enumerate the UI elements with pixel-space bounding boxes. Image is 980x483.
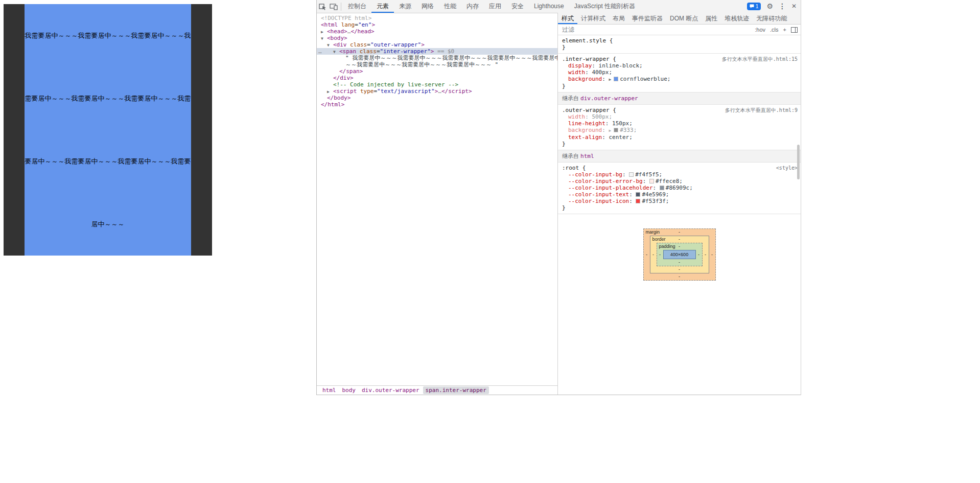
box-model-padding[interactable]: padding- - 400×600 - - bbox=[657, 243, 703, 266]
tree-row-text-node[interactable]: ～～我需要居中～～～我需要居中～～～我需要居中～～～ " bbox=[317, 61, 557, 68]
css-property[interactable]: width: 500px; bbox=[562, 113, 798, 120]
tree-row-body-open[interactable]: ▼<body> bbox=[317, 35, 557, 41]
css-property[interactable]: --color-input-bg: #f4f5f5; bbox=[562, 171, 798, 178]
css-property[interactable]: --color-input-icon: #f53f3f; bbox=[562, 198, 798, 204]
tab-lighthouse[interactable]: Lighthouse bbox=[529, 0, 569, 13]
device-toolbar-icon[interactable] bbox=[328, 0, 339, 13]
tree-row-span-inter-wrapper-selected[interactable]: …▼<span class="inter-wrapper"> == $0 bbox=[317, 48, 557, 55]
tab-sources[interactable]: 来源 bbox=[394, 0, 416, 13]
tab-computed[interactable]: 计算样式 bbox=[577, 13, 609, 24]
tab-console[interactable]: 控制台 bbox=[343, 0, 371, 13]
css-property-value[interactable]: center bbox=[609, 134, 629, 141]
css-selector-line[interactable]: element.style { bbox=[562, 37, 798, 44]
css-property-name[interactable]: --color-input-error-bg bbox=[568, 178, 643, 185]
css-property-name[interactable]: line-height bbox=[568, 120, 605, 127]
kebab-menu-icon[interactable]: ⋮ bbox=[779, 0, 786, 13]
css-property-name[interactable]: --color-input-bg bbox=[568, 171, 622, 178]
tree-row-div-close[interactable]: </div> bbox=[317, 75, 557, 81]
breadcrumb-item-body[interactable]: body bbox=[340, 386, 359, 394]
css-property-value[interactable]: 400px bbox=[592, 69, 609, 76]
box-model-content[interactable]: 400×600 bbox=[663, 250, 696, 259]
tab-properties[interactable]: 属性 bbox=[702, 13, 721, 24]
tree-row-span-close[interactable]: </span> bbox=[317, 68, 557, 75]
padding-top-value[interactable]: - bbox=[679, 244, 680, 249]
css-property-name[interactable]: --color-input-text bbox=[568, 191, 629, 198]
css-property[interactable]: background: ▶ cornflowerblue; bbox=[562, 76, 798, 83]
css-property-value[interactable]: #ffece8 bbox=[656, 178, 679, 185]
padding-right-value[interactable]: - bbox=[696, 251, 702, 258]
css-property[interactable]: --color-input-error-bg: #ffece8; bbox=[562, 178, 798, 185]
css-property-name[interactable]: background bbox=[568, 76, 602, 82]
elements-tree-panel[interactable]: <!DOCTYPE html> <html lang="en"> ▶<head>… bbox=[317, 13, 557, 385]
css-property[interactable]: line-height: 150px; bbox=[562, 120, 798, 127]
tree-row-body-close[interactable]: </body> bbox=[317, 95, 557, 101]
color-swatch[interactable] bbox=[660, 186, 664, 190]
border-right-value[interactable]: - bbox=[703, 251, 709, 258]
tab-performance[interactable]: 性能 bbox=[439, 0, 461, 13]
css-property[interactable]: background: ▶ #333; bbox=[562, 127, 798, 134]
color-swatch[interactable] bbox=[629, 172, 634, 177]
tree-row-doctype[interactable]: <!DOCTYPE html> bbox=[317, 15, 557, 21]
tree-row-html-open[interactable]: <html lang="en"> bbox=[317, 21, 557, 28]
css-property[interactable]: width: 400px; bbox=[562, 69, 798, 76]
css-property-value[interactable]: #4e5969 bbox=[642, 191, 665, 198]
tab-layout[interactable]: 布局 bbox=[609, 13, 628, 24]
color-swatch[interactable] bbox=[614, 128, 618, 132]
margin-bottom-value[interactable]: - bbox=[679, 274, 680, 279]
box-model-border[interactable]: border- - padding- - 400×600 - bbox=[650, 236, 709, 273]
css-property-value[interactable]: 500px bbox=[592, 113, 609, 120]
tab-network[interactable]: 网络 bbox=[416, 0, 439, 13]
css-property-name[interactable]: width bbox=[568, 113, 585, 120]
css-property-value[interactable]: 150px bbox=[612, 120, 629, 127]
color-swatch[interactable] bbox=[636, 192, 640, 197]
border-left-value[interactable]: - bbox=[650, 251, 657, 258]
border-top-value[interactable]: - bbox=[679, 237, 680, 242]
css-property[interactable]: display: inline-block; bbox=[562, 62, 798, 69]
close-devtools-icon[interactable]: ✕ bbox=[791, 0, 797, 13]
tab-dom-breakpoints[interactable]: DOM 断点 bbox=[666, 13, 702, 24]
margin-left-value[interactable]: - bbox=[644, 251, 650, 258]
css-selector-line[interactable]: 多行文本水平垂直居中.html:15 .inter-wrapper { bbox=[562, 56, 798, 62]
css-property[interactable]: --color-input-text: #4e5969; bbox=[562, 191, 798, 198]
sidebar-layout-icon[interactable] bbox=[791, 27, 798, 33]
tab-memory[interactable]: 内存 bbox=[461, 0, 484, 13]
tab-elements[interactable]: 元素 bbox=[371, 0, 394, 13]
tree-row-head[interactable]: ▶<head>…</head> bbox=[317, 28, 557, 35]
styles-scrollbar-thumb[interactable] bbox=[797, 145, 800, 179]
padding-bottom-value[interactable]: - bbox=[679, 260, 680, 265]
box-model-margin[interactable]: margin- - border- - padding- - bbox=[643, 228, 716, 281]
tab-js-profiler[interactable]: JavaScript 性能剖析器 bbox=[569, 0, 640, 13]
color-swatch[interactable] bbox=[636, 199, 640, 203]
css-source-link[interactable]: 多行文本水平垂直居中.html:9 bbox=[725, 107, 798, 113]
shorthand-expand-icon[interactable]: ▶ bbox=[609, 128, 614, 133]
settings-gear-icon[interactable]: ⚙ bbox=[766, 0, 773, 13]
toggle-pseudo-state-button[interactable]: :hov bbox=[755, 27, 765, 33]
styles-filter-input[interactable] bbox=[561, 26, 755, 34]
breadcrumb-item-div-outer-wrapper[interactable]: div.outer-wrapper bbox=[359, 386, 422, 394]
css-property-value[interactable]: #86909c bbox=[666, 185, 689, 191]
tree-row-div-outer-wrapper[interactable]: ▼<div class="outer-wrapper"> bbox=[317, 41, 557, 48]
tab-stack-trace[interactable]: 堆栈轨迹 bbox=[721, 13, 753, 24]
css-property-value[interactable]: #333 bbox=[620, 127, 634, 133]
tree-row-comment[interactable]: <!-- Code injected by live-server --> bbox=[317, 81, 557, 88]
css-property-name[interactable]: --color-input-icon bbox=[568, 198, 629, 204]
tab-accessibility[interactable]: 无障碍功能 bbox=[753, 13, 790, 24]
margin-top-value[interactable]: - bbox=[679, 229, 680, 235]
padding-left-value[interactable]: - bbox=[657, 251, 663, 258]
css-property-name[interactable]: width bbox=[568, 69, 585, 76]
shorthand-expand-icon[interactable]: ▶ bbox=[609, 77, 614, 82]
margin-right-value[interactable]: - bbox=[709, 251, 715, 258]
css-property-name[interactable]: --color-input-placeholder bbox=[568, 185, 653, 191]
inherited-node-link[interactable]: div.outer-wrapper bbox=[580, 95, 638, 102]
css-property[interactable]: text-align: center; bbox=[562, 134, 798, 141]
tab-application[interactable]: 应用 bbox=[484, 0, 506, 13]
border-bottom-value[interactable]: - bbox=[679, 267, 680, 272]
tab-styles[interactable]: 样式 bbox=[558, 13, 577, 24]
breadcrumb-item-span-inter-wrapper[interactable]: span.inter-wrapper bbox=[423, 386, 489, 394]
color-swatch[interactable] bbox=[614, 77, 618, 81]
tree-row-html-close[interactable]: </html> bbox=[317, 101, 557, 108]
css-property-name[interactable]: background bbox=[568, 127, 602, 133]
console-messages-badge[interactable]: 1 bbox=[747, 3, 761, 10]
css-source-link[interactable]: 多行文本水平垂直居中.html:15 bbox=[722, 56, 798, 62]
tab-security[interactable]: 安全 bbox=[506, 0, 529, 13]
